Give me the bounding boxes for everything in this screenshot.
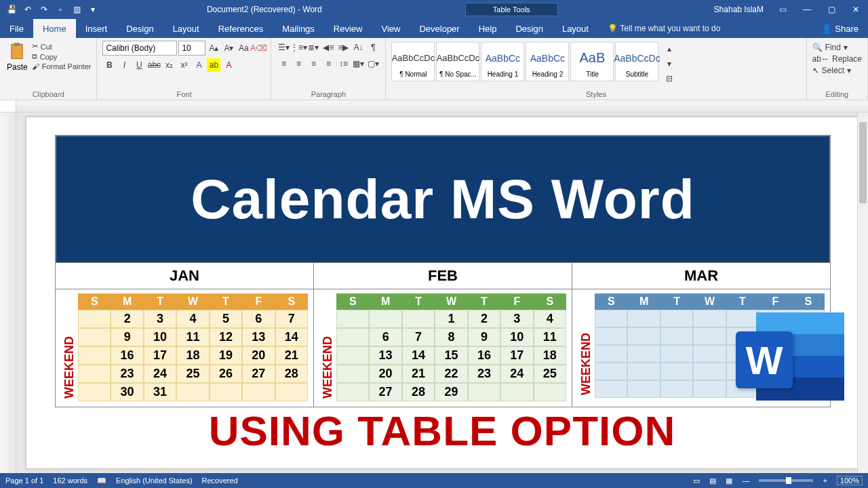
sort-button[interactable]: A↓ bbox=[351, 41, 365, 54]
numbering-button[interactable]: ⋮≡▾ bbox=[292, 41, 305, 54]
qat-btn[interactable]: ▫ bbox=[53, 2, 68, 17]
styles-up-icon[interactable]: ▴ bbox=[663, 42, 676, 56]
save-icon[interactable]: 💾 bbox=[4, 2, 19, 17]
svg-rect-1 bbox=[14, 43, 20, 46]
font-name-input[interactable]: Calibri (Body) bbox=[102, 41, 177, 56]
vertical-scrollbar[interactable] bbox=[857, 113, 868, 473]
minimize-icon[interactable]: ― bbox=[795, 0, 819, 19]
select-button[interactable]: ↖Select▾ bbox=[812, 66, 862, 75]
replace-button[interactable]: ab↔Replace bbox=[812, 54, 862, 64]
shading-button[interactable]: ▦▾ bbox=[351, 57, 365, 70]
style-title[interactable]: AaBTitle bbox=[570, 42, 614, 81]
recovered-status[interactable]: Recovered bbox=[202, 476, 238, 485]
format-painter-button[interactable]: 🖌Format Painter bbox=[32, 62, 92, 70]
vertical-ruler[interactable] bbox=[0, 113, 16, 473]
cursor-icon: ↖ bbox=[812, 66, 819, 75]
share-button[interactable]: 👤Share bbox=[812, 19, 868, 38]
tab-design[interactable]: Design bbox=[117, 19, 163, 38]
bold-button[interactable]: B bbox=[102, 58, 116, 72]
paste-button[interactable]: Paste bbox=[5, 41, 29, 73]
style-nospacing[interactable]: AaBbCcDc¶ No Spac... bbox=[436, 42, 479, 81]
tab-layout[interactable]: Layout bbox=[163, 19, 209, 38]
group-clipboard: Paste ✂Cut ⧉Copy 🖌Format Painter Clipboa… bbox=[0, 38, 97, 100]
word-logo: W bbox=[736, 312, 844, 414]
zoom-out-icon[interactable]: ― bbox=[742, 476, 749, 485]
tab-tt-layout[interactable]: Layout bbox=[553, 19, 598, 38]
tab-tt-design[interactable]: Design bbox=[506, 19, 552, 38]
font-color-button[interactable]: A bbox=[222, 58, 235, 72]
style-subtitle[interactable]: AaBbCcDcSubtitle bbox=[615, 42, 658, 81]
style-heading2[interactable]: AaBbCcHeading 2 bbox=[526, 42, 569, 81]
align-left-button[interactable]: ≡ bbox=[277, 57, 290, 70]
style-heading1[interactable]: AaBbCcHeading 1 bbox=[481, 42, 524, 81]
line-spacing-button[interactable]: ↕≡ bbox=[336, 57, 350, 70]
view-read-icon[interactable]: ▭ bbox=[693, 476, 700, 485]
qat-btn[interactable]: ▥ bbox=[69, 2, 84, 17]
ribbon-tabs: File Home Insert Design Layout Reference… bbox=[0, 19, 868, 38]
ribbon: Paste ✂Cut ⧉Copy 🖌Format Painter Clipboa… bbox=[0, 38, 868, 100]
change-case-button[interactable]: Aa bbox=[237, 41, 250, 55]
view-print-icon[interactable]: ▤ bbox=[709, 476, 716, 485]
zoom-level[interactable]: 100% bbox=[837, 476, 863, 485]
word-count[interactable]: 162 words bbox=[53, 476, 87, 485]
superscript-button[interactable]: x² bbox=[177, 58, 191, 72]
show-marks-button[interactable]: ¶ bbox=[366, 41, 380, 54]
increase-indent-button[interactable]: ≡▶ bbox=[336, 41, 350, 54]
italic-button[interactable]: I bbox=[117, 58, 131, 72]
justify-button[interactable]: ≡ bbox=[321, 57, 335, 70]
grow-font-button[interactable]: A▴ bbox=[207, 41, 220, 55]
align-center-button[interactable]: ≡ bbox=[292, 57, 305, 70]
search-icon: 🔍 bbox=[812, 43, 823, 52]
document-area: Calendar MS Word JAN WEEKEND SMTWTFS2345… bbox=[0, 113, 868, 473]
tab-home[interactable]: Home bbox=[33, 19, 76, 38]
styles-down-icon[interactable]: ▾ bbox=[663, 57, 676, 70]
weekend-label: WEEKEND bbox=[61, 312, 78, 401]
clear-format-button[interactable]: A⌫ bbox=[252, 41, 265, 55]
tab-review[interactable]: Review bbox=[324, 19, 372, 38]
close-icon[interactable]: ✕ bbox=[844, 0, 868, 19]
group-styles: AaBbCcDc¶ Normal AaBbCcDc¶ No Spac... Aa… bbox=[386, 38, 806, 100]
subscript-button[interactable]: x₂ bbox=[162, 58, 176, 72]
tell-me-search[interactable]: 💡 Tell me what you want to do bbox=[598, 19, 812, 38]
horizontal-ruler[interactable] bbox=[0, 100, 868, 113]
language-status[interactable]: English (United States) bbox=[116, 476, 193, 485]
highlight-button[interactable]: ab bbox=[207, 58, 220, 72]
tab-help[interactable]: Help bbox=[469, 19, 507, 38]
spellcheck-icon[interactable]: 📖 bbox=[97, 476, 106, 485]
tab-references[interactable]: References bbox=[209, 19, 273, 38]
cut-button[interactable]: ✂Cut bbox=[32, 42, 92, 51]
user-name[interactable]: Shahab IslaM bbox=[707, 5, 770, 14]
strike-button[interactable]: abc bbox=[147, 58, 161, 72]
title-bar: 💾 ↶ ↷ ▫ ▥ ▾ Document2 (Recovered) - Word… bbox=[0, 0, 868, 19]
copy-icon: ⧉ bbox=[32, 52, 37, 61]
bullets-button[interactable]: ☰▾ bbox=[277, 41, 290, 54]
page-count[interactable]: Page 1 of 1 bbox=[5, 476, 43, 485]
page[interactable]: Calendar MS Word JAN WEEKEND SMTWTFS2345… bbox=[26, 117, 859, 469]
find-button[interactable]: 🔍Find▾ bbox=[812, 43, 862, 52]
style-normal[interactable]: AaBbCcDc¶ Normal bbox=[391, 42, 435, 81]
tab-insert[interactable]: Insert bbox=[76, 19, 117, 38]
qat-dropdown-icon[interactable]: ▾ bbox=[85, 2, 100, 17]
calendar-row: JAN WEEKEND SMTWTFS234567910111213141617… bbox=[55, 262, 831, 407]
status-bar: Page 1 of 1 162 words 📖 English (United … bbox=[0, 473, 868, 488]
undo-icon[interactable]: ↶ bbox=[20, 2, 35, 17]
align-right-button[interactable]: ≡ bbox=[307, 57, 320, 70]
ribbon-options-icon[interactable]: ▭ bbox=[770, 0, 795, 19]
tab-view[interactable]: View bbox=[372, 19, 410, 38]
maximize-icon[interactable]: ▢ bbox=[819, 0, 844, 19]
tab-developer[interactable]: Developer bbox=[410, 19, 469, 38]
underline-button[interactable]: U bbox=[132, 58, 146, 72]
styles-expand-icon[interactable]: ⊟ bbox=[663, 72, 676, 85]
zoom-in-icon[interactable]: + bbox=[823, 476, 827, 485]
copy-button[interactable]: ⧉Copy bbox=[32, 52, 92, 61]
text-effects-button[interactable]: A bbox=[192, 58, 205, 72]
view-web-icon[interactable]: ▦ bbox=[726, 476, 732, 485]
decrease-indent-button[interactable]: ◀≡ bbox=[321, 41, 335, 54]
borders-button[interactable]: ▢▾ bbox=[366, 57, 380, 70]
tab-mailings[interactable]: Mailings bbox=[273, 19, 324, 38]
tab-file[interactable]: File bbox=[0, 19, 33, 38]
font-size-input[interactable]: 10 bbox=[178, 41, 205, 56]
redo-icon[interactable]: ↷ bbox=[37, 2, 52, 17]
shrink-font-button[interactable]: A▾ bbox=[222, 41, 235, 55]
multilevel-button[interactable]: ≣▾ bbox=[307, 41, 320, 54]
